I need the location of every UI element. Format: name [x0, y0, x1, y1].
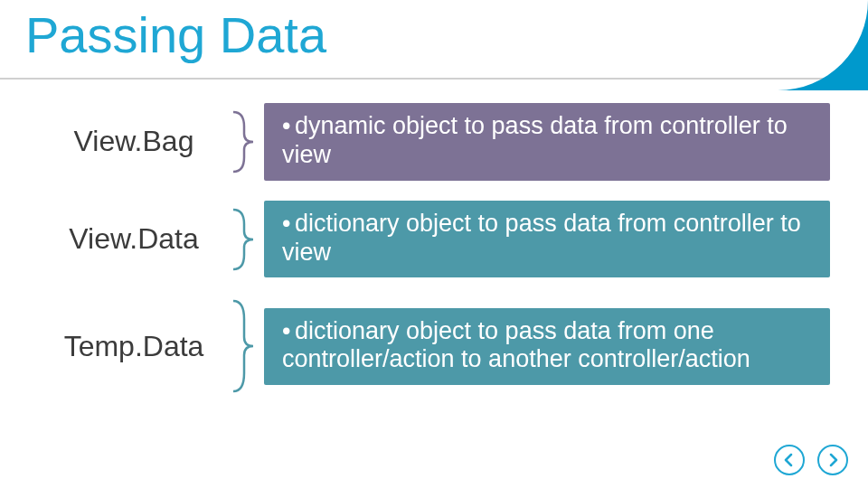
next-slide-button[interactable]: [817, 445, 848, 475]
brace-icon: [224, 297, 264, 395]
row-desc-tempdata: •dictionary object to pass data from one…: [264, 308, 830, 386]
diagram-row: View.Bag •dynamic object to pass data fr…: [43, 103, 830, 181]
brace-icon: [224, 206, 264, 273]
svg-rect-4: [834, 29, 839, 34]
diagram-row: Temp.Data •dictionary object to pass dat…: [43, 297, 830, 395]
svg-rect-3: [823, 29, 830, 45]
slide-title: Passing Data: [25, 5, 326, 64]
row-label-viewbag: View.Bag: [43, 125, 224, 158]
diagram-row: View.Data •dictionary object to pass dat…: [43, 201, 830, 278]
row-label-viewdata: View.Data: [43, 222, 224, 256]
title-divider: [0, 78, 868, 80]
arrow-left-icon: [782, 453, 797, 467]
brace-icon: [224, 108, 264, 175]
row-desc-viewbag: •dynamic object to pass data from contro…: [264, 103, 830, 181]
prev-slide-button[interactable]: [774, 445, 805, 475]
brand-logo: [760, 0, 868, 90]
diagram-content: View.Bag •dynamic object to pass data fr…: [43, 103, 830, 415]
row-desc-text: dynamic object to pass data from control…: [282, 112, 788, 168]
row-label-tempdata: Temp.Data: [43, 330, 224, 363]
arrow-right-icon: [826, 453, 840, 467]
slide-nav: [774, 445, 848, 475]
row-desc-viewdata: •dictionary object to pass data from con…: [264, 201, 830, 278]
row-desc-text: dictionary object to pass data from one …: [282, 317, 750, 373]
row-desc-text: dictionary object to pass data from cont…: [282, 210, 801, 266]
